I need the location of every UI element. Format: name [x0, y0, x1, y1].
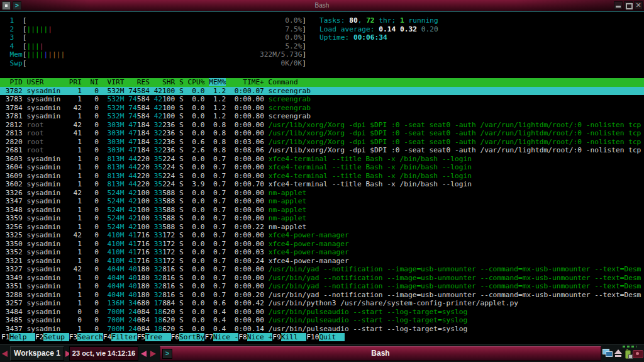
process-row[interactable]: 3257 sysadmin 1 0 136M 34680 17884 S 0.0… [0, 299, 644, 308]
function-key-bar: F1Help F2Setup F3SearchF4FilterF5Tree F6… [0, 333, 644, 342]
process-row[interactable]: 3325 sysadmin 42 0 410M 41716 33172 S 0.… [0, 231, 644, 240]
process-row[interactable]: 2820 root 1 0 303M 47184 32236 S 0.6 0.8… [0, 138, 644, 147]
process-row[interactable]: 3484 sysadmin 0 0 700M 24084 18620 S 0.0… [0, 308, 644, 317]
tasks-load-uptime: Tasks: 80, 72 thr; 1 runningLoad average… [319, 16, 438, 42]
window-titlebar: > Bash ✕ [0, 0, 644, 11]
taskbar-window-label: Bash [371, 349, 389, 358]
terminal-icon: > [162, 349, 172, 359]
workspace-prev-arrow-icon[interactable] [2, 351, 8, 357]
process-table: PID USER PRI NI VIRT RES SHR S CPU% MEM%… [0, 78, 644, 333]
network-icon[interactable] [602, 349, 612, 357]
process-row[interactable]: 2681 root 1 0 303M 47184 32236 S 2.6 0.8… [0, 146, 644, 155]
fnkey-nice-[interactable]: Nice - [213, 333, 238, 341]
fnkey-nice+[interactable]: Nice + [247, 333, 272, 341]
fnkey-filter[interactable]: Filter [111, 333, 136, 341]
tasks-line: Tasks: 80, 72 thr; 1 running [319, 16, 438, 25]
fnkey-kill[interactable]: Kill [281, 333, 306, 341]
uptime-line: Uptime: 00:06:34 [319, 33, 438, 42]
process-row[interactable]: 3288 sysadmin 1 0 404M 40180 32816 S 0.0… [0, 291, 644, 300]
fnkey-setup[interactable]: Setup [43, 333, 69, 341]
close-button[interactable]: ✕ [634, 1, 643, 9]
process-row[interactable]: 3321 sysadmin 1 0 410M 41716 33172 S 0.0… [0, 257, 644, 266]
meter-swp: Swp[ 0K/0K] [1, 59, 306, 68]
process-row[interactable]: 3784 sysadmin 42 0 532M 74584 42100 S 0.… [0, 104, 644, 113]
process-row[interactable]: 3347 sysadmin 1 0 524M 42100 33588 S 0.0… [0, 197, 644, 206]
meter-mem: Mem[||||||||| 322M/5.73G] [1, 50, 306, 59]
process-row[interactable]: 3348 sysadmin 1 0 524M 42100 33588 S 0.0… [0, 206, 644, 215]
process-row[interactable]: 3327 sysadmin 42 0 404M 40180 32816 S 0.… [0, 265, 644, 274]
battery-icon[interactable] [625, 349, 632, 358]
fnkey-sortby[interactable]: SortBy [179, 333, 204, 341]
process-row[interactable]: 2813 root 41 0 303M 47184 32236 S 0.0 0.… [0, 129, 644, 138]
minimize-icon [616, 6, 621, 8]
process-row[interactable]: 3326 sysadmin 42 0 524M 42100 33588 S 0.… [0, 189, 644, 198]
process-row[interactable]: 3350 sysadmin 1 0 410M 41716 33172 S 0.0… [0, 240, 644, 249]
eject-icon[interactable] [614, 349, 623, 358]
fnkey-search[interactable]: Search [77, 333, 103, 341]
process-row[interactable]: 3352 sysadmin 1 0 410M 41716 33172 S 0.0… [0, 248, 644, 257]
process-row[interactable]: 3609 sysadmin 1 0 813M 44220 35224 S 0.0… [0, 172, 644, 181]
process-row[interactable]: 3256 sysadmin 1 0 524M 42100 33588 S 0.0… [0, 223, 644, 232]
desktop-screen: > Bash ✕ 1 [ 0.0%] 2 [|||||| 7.5%] 3 [ [0, 0, 644, 362]
minimize-button[interactable] [614, 1, 623, 9]
taskbar: Workspace 1 23 oct, vie 14:12:16 > Bash [0, 344, 644, 362]
terminal-htop: 1 [ 0.0%] 2 [|||||| 7.5%] 3 [ [0, 12, 644, 344]
fnkey-help[interactable]: Help [9, 333, 35, 341]
meter-3: 3 [ 0.0%] [1, 33, 306, 42]
load-average-line: Load average: 0.14 0.32 0.20 [319, 25, 438, 34]
process-row[interactable]: 3782 sysadmin 1 0 532M 74584 42100 S 0.0… [0, 87, 644, 96]
clock[interactable]: 23 oct, vie 14:12:16 [69, 346, 138, 361]
clock-prev-arrow-icon[interactable] [141, 351, 147, 357]
window-title: Bash [0, 2, 644, 9]
meter-1: 1 [ 0.0%] [1, 16, 306, 25]
camera-icon[interactable] [633, 349, 643, 358]
process-row[interactable]: 3783 sysadmin 1 0 532M 74584 42100 S 0.0… [0, 95, 644, 104]
clock-next-arrow-icon[interactable] [150, 351, 156, 357]
table-header[interactable]: PID USER PRI NI VIRT RES SHR S CPU% MEM%… [0, 78, 644, 87]
process-row[interactable]: 3351 sysadmin 1 0 404M 40180 32816 S 0.0… [0, 282, 644, 291]
maximize-button[interactable] [624, 1, 633, 9]
workspace-switcher[interactable]: Workspace 1 [10, 346, 64, 361]
process-row[interactable]: 2812 root 42 0 303M 47184 32236 S 0.0 0.… [0, 121, 644, 130]
maximize-icon [626, 3, 633, 9]
fnkey-quit[interactable]: Quit [319, 333, 344, 341]
process-row[interactable]: 3602 sysadmin 1 0 813M 44220 35224 S 3.9… [0, 180, 644, 189]
process-row[interactable]: 3604 sysadmin 1 0 813M 44220 35224 S 0.0… [0, 163, 644, 172]
meter-2: 2 [|||||| 7.5%] [1, 25, 306, 34]
process-row[interactable]: 3781 sysadmin 1 0 532M 74584 42100 S 0.0… [0, 112, 644, 121]
cpu-memory-meters: 1 [ 0.0%] 2 [|||||| 7.5%] 3 [ [1, 16, 306, 67]
process-row[interactable]: 3485 sysadmin 0 0 700M 24084 18620 S 0.0… [0, 316, 644, 325]
process-row[interactable]: 3437 sysadmin 1 0 700M 24084 18620 S 0.0… [0, 325, 644, 334]
system-tray [601, 348, 643, 360]
meter-4: 4 [|||| 5.2%] [1, 42, 306, 51]
function-keys[interactable]: F1Help F2Setup F3SearchF4FilterF5Tree F6… [0, 333, 644, 342]
process-row[interactable]: 3359 sysadmin 1 0 524M 42100 33588 S 0.0… [0, 214, 644, 223]
process-row[interactable]: 3349 sysadmin 1 0 404M 40180 32816 S 0.0… [0, 274, 644, 283]
process-row[interactable]: 3603 sysadmin 1 0 813M 44220 35224 S 0.0… [0, 155, 644, 164]
fnkey-tree[interactable]: Tree [145, 333, 170, 341]
taskbar-window-button[interactable]: > Bash [160, 346, 601, 361]
